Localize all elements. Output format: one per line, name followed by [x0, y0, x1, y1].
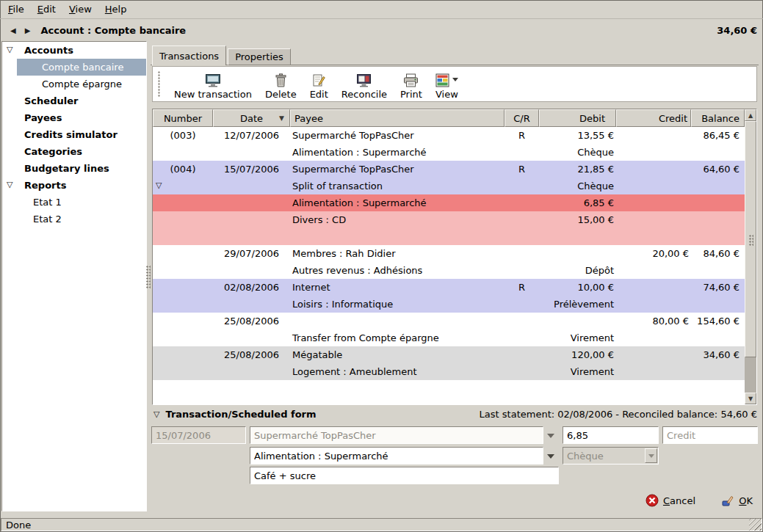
sidebar-item-compte-bancaire[interactable]: Compte bancaire	[17, 59, 146, 76]
sidebar-item-label: Scheduler	[2, 95, 78, 106]
column-header-number[interactable]: Number	[153, 109, 213, 127]
tab-properties[interactable]: Properties	[228, 48, 291, 65]
cell-date	[213, 262, 290, 279]
cell-debit: Virement	[539, 363, 616, 380]
debit-field[interactable]	[563, 426, 659, 444]
navigation-sidebar: ▽ Accounts Compte bancaire Compte épargn…	[1, 41, 147, 511]
cell-number	[153, 363, 213, 380]
cell-date: 12/07/2006	[213, 127, 290, 144]
table-body: (003) 12/07/2006 Supermarché TopPasCher …	[153, 127, 745, 404]
tab-transactions[interactable]: Transactions	[152, 45, 226, 65]
category-dropdown-arrow-icon[interactable]	[547, 454, 554, 459]
sidebar-item-accounts[interactable]: ▽ Accounts	[2, 42, 146, 59]
sidebar-item-categories[interactable]: Categories	[2, 143, 146, 160]
transaction-row[interactable]: 25/08/2006 80,00 € 154,60 €	[153, 313, 745, 329]
cell-debit	[539, 313, 616, 329]
menu-help[interactable]: Help	[98, 1, 134, 17]
column-header-debit[interactable]: Debit	[539, 109, 616, 127]
accounts-expander-icon[interactable]: ▽	[7, 45, 12, 54]
sidebar-item-label: Payees	[2, 112, 62, 123]
table-main: Number Date▼ Payee C/R Debit Credit Bala…	[153, 109, 745, 404]
form-title: Transaction/Scheduled form	[165, 409, 316, 420]
cell-payee: Autres revenus : Adhésions	[290, 262, 505, 279]
cell-balance	[691, 262, 745, 279]
cell-payee	[290, 228, 505, 245]
column-header-cr[interactable]: C/R	[505, 109, 539, 127]
sidebar-item-etat-2[interactable]: Etat 2	[2, 211, 146, 227]
cell-payee: Divers : CD	[290, 211, 505, 228]
menu-file[interactable]: File	[1, 1, 31, 17]
cell-cr	[505, 228, 539, 245]
transaction-row[interactable]: 29/07/2006 Membres : Rah Didier 20,00 € …	[153, 245, 745, 262]
cell-date	[213, 296, 290, 313]
cell-credit	[616, 211, 691, 228]
cell-payee	[290, 313, 505, 329]
transaction-row-selected[interactable]: ▽ Split of transaction Chèque	[153, 178, 745, 194]
cell-number	[153, 296, 213, 313]
split-row[interactable]	[153, 228, 745, 245]
transaction-row-pointed[interactable]: Loisirs : Informatique Prélèvement	[153, 296, 745, 313]
delete-button[interactable]: Delete	[258, 68, 303, 101]
pane-splitter[interactable]	[146, 266, 151, 289]
ok-button[interactable]: OK	[717, 491, 757, 510]
view-dropdown-arrow-icon[interactable]	[452, 78, 458, 81]
transaction-row-archived[interactable]: 25/08/2006 Mégatable 120,00 € 34,60 €	[153, 346, 745, 363]
cell-balance: 64,60 €	[691, 161, 745, 178]
next-account-icon[interactable]: ▶	[21, 26, 35, 34]
transaction-row-archived[interactable]: Logement : Ameublement Virement	[153, 363, 745, 380]
reports-expander-icon[interactable]: ▽	[7, 181, 12, 189]
cell-balance	[691, 178, 745, 194]
split-expander-icon[interactable]: ▽	[156, 181, 162, 189]
cell-credit	[616, 346, 691, 363]
cell-debit	[539, 228, 616, 245]
cell-debit: 21,85 €	[539, 161, 616, 178]
category-field[interactable]	[250, 447, 543, 464]
sidebar-item-budgetary-lines[interactable]: Budgetary lines	[2, 160, 146, 177]
menu-edit[interactable]: Edit	[31, 1, 62, 17]
cell-payee: Internet	[290, 279, 505, 296]
column-label: Credit	[659, 113, 687, 124]
credit-field[interactable]	[662, 426, 758, 444]
sidebar-item-scheduler[interactable]: Scheduler	[2, 92, 146, 109]
scrollbar-trough[interactable]	[745, 121, 756, 393]
sort-descending-icon: ▼	[279, 114, 284, 122]
column-header-date[interactable]: Date▼	[213, 109, 290, 127]
sidebar-item-reports[interactable]: ▽ Reports	[2, 177, 146, 194]
sidebar-item-etat-1[interactable]: Etat 1	[2, 194, 146, 211]
cancel-button[interactable]: Cancel	[641, 491, 700, 510]
column-header-balance[interactable]: Balance	[691, 109, 745, 127]
transaction-row[interactable]: Autres revenus : Adhésions Dépôt	[153, 262, 745, 279]
sidebar-item-compte-epargne[interactable]: Compte épargne	[2, 76, 146, 92]
payee-field	[250, 426, 543, 444]
notes-field[interactable]	[250, 467, 559, 484]
scrollbar-thumb[interactable]	[745, 121, 756, 357]
scroll-up-icon[interactable]: ▲	[745, 109, 756, 121]
cell-balance: 86,45 €	[691, 127, 745, 144]
cell-credit	[616, 262, 691, 279]
new-transaction-button[interactable]: New transaction	[167, 68, 258, 101]
cell-balance	[691, 144, 745, 161]
transaction-row-selected[interactable]: (004) 15/07/2006 Supermarché TopPasCher …	[153, 161, 745, 178]
toolbar-grip[interactable]	[158, 71, 161, 98]
transaction-row-pointed[interactable]: 02/08/2006 Internet R 10,00 € 74,60 €	[153, 279, 745, 296]
transaction-row[interactable]: Alimentation : Supermarché Chèque	[153, 144, 745, 161]
transaction-row[interactable]: Transfer from Compte épargne Virement	[153, 329, 745, 346]
column-header-payee[interactable]: Payee	[290, 109, 505, 127]
view-button[interactable]: View	[429, 68, 465, 101]
menu-view[interactable]: View	[62, 1, 98, 17]
transaction-row[interactable]: (003) 12/07/2006 Supermarché TopPasCher …	[153, 127, 745, 144]
cell-credit	[616, 363, 691, 380]
split-row[interactable]: Divers : CD 15,00 €	[153, 211, 745, 228]
reconcile-button[interactable]: Reconcile	[335, 68, 394, 101]
sidebar-item-credits-simulator[interactable]: Credits simulator	[2, 126, 146, 143]
resize-grip[interactable]	[749, 519, 762, 531]
column-header-credit[interactable]: Credit	[616, 109, 691, 127]
form-expander-icon[interactable]: ▽	[153, 410, 159, 418]
cell-debit: Prélèvement	[539, 296, 616, 313]
previous-account-icon[interactable]: ◀	[6, 26, 21, 34]
edit-button[interactable]: Edit	[303, 68, 335, 101]
sidebar-item-payees[interactable]: Payees	[2, 109, 146, 126]
print-button[interactable]: Print	[394, 68, 429, 101]
split-row-selected[interactable]: Alimentation : Supermarché 6,85 €	[153, 194, 745, 211]
scroll-down-icon[interactable]: ▼	[745, 393, 756, 404]
